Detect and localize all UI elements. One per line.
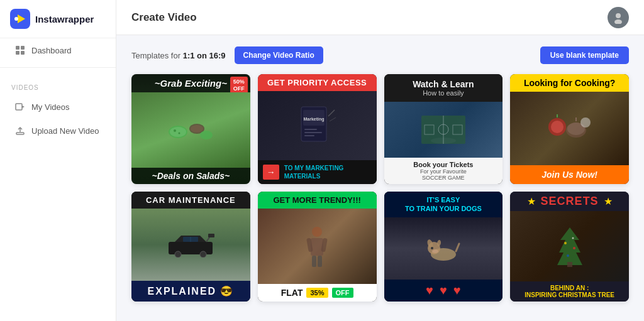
dog-icon	[421, 232, 465, 264]
card-soccer-bottom: Book your Tickets For your Favourite SOC…	[384, 158, 503, 184]
card-dogs-top: IT'S EASY TO TRAIN YOUR DOGS	[384, 192, 503, 217]
content-area: Templates for 1:1 on 16:9 Change Video R…	[116, 35, 644, 321]
svg-point-63	[564, 242, 567, 244]
card-soccer-title: Watch & Learn	[389, 79, 498, 89]
svg-rect-49	[311, 238, 323, 256]
templates-grid: ~Grab Exciting~ 50% OFF	[131, 74, 629, 302]
upload-label: Upload New Video	[31, 126, 99, 136]
card-dogs-line1: IT'S EASY	[389, 195, 498, 204]
blank-template-button[interactable]: Use blank template	[540, 46, 629, 64]
sidebar: Instawrapper Dashboard VIDEOS My Videos …	[0, 0, 116, 321]
svg-rect-7	[16, 104, 22, 110]
logo-area: Instawrapper	[0, 0, 116, 38]
svg-rect-24	[304, 135, 314, 136]
svg-point-18	[200, 131, 213, 139]
card-dogs-hearts: ♥ ♥ ♥	[384, 280, 503, 302]
sidebar-item-upload[interactable]: Upload New Video	[4, 119, 112, 142]
card-secrets-behind-text: BEHIND AN :	[515, 285, 624, 291]
sidebar-divider	[0, 67, 116, 68]
car-icon	[165, 232, 216, 258]
card-cooking-bottom-text: Join Us Now!	[510, 165, 629, 184]
card-soccer-sub: How to easily	[389, 89, 498, 97]
svg-marker-61	[557, 227, 582, 265]
template-card-car[interactable]: CAR MAINTENANCE EXPLAINE	[131, 192, 250, 302]
svg-rect-53	[318, 256, 322, 267]
template-card-dogs[interactable]: IT'S EASY TO TRAIN YOUR DOGS ♥	[384, 192, 503, 302]
card-trendy-image	[258, 209, 377, 284]
templates-left: Templates for 1:1 on 16:9 Change Video R…	[131, 46, 323, 64]
videos-section-label: VIDEOS	[0, 73, 116, 95]
card-soccer-top: Watch & Learn How to easily	[384, 74, 503, 102]
svg-rect-3	[16, 46, 19, 50]
svg-marker-8	[22, 106, 25, 108]
svg-rect-5	[16, 51, 19, 55]
card-trendy-off: OFF	[332, 288, 353, 298]
card-cooking-top-text: Looking for Cooking?	[510, 74, 629, 92]
card-secrets-bottom: BEHIND AN : INSPIRING CHRISTMAS TREE	[510, 281, 629, 302]
card-marketing-image: Marketing	[258, 91, 377, 160]
heart-icon-3: ♥	[453, 283, 461, 298]
card-dogs-image	[384, 217, 503, 280]
svg-point-59	[432, 249, 438, 253]
card-soccer-book-sub2: SOCCER GAME	[389, 175, 498, 181]
card-trendy-flat-text: FLAT	[281, 288, 303, 298]
card-trendy-percent: 35%	[306, 288, 328, 298]
sunglasses-emoji: 😎	[220, 285, 234, 297]
templates-header: Templates for 1:1 on 16:9 Change Video R…	[131, 46, 629, 64]
card-soccer-book-title: Book your Tickets	[389, 161, 498, 168]
svg-rect-9	[16, 133, 24, 134]
template-card-cooking[interactable]: Looking for Cooking? Join Us Now!	[510, 74, 629, 184]
upload-icon	[15, 126, 25, 136]
cooking-items-icon	[545, 111, 595, 146]
star-icon-left: ★	[527, 195, 536, 207]
svg-point-42	[175, 251, 181, 258]
template-card-salad[interactable]: ~Grab Exciting~ 50% OFF	[131, 74, 250, 184]
card-car-image	[131, 209, 250, 281]
marketing-book-icon: Marketing	[298, 104, 336, 148]
card-marketing-bottom-text: TO MY MARKETING MATERIALS	[284, 164, 372, 180]
card-car-top-text: CAR MAINTENANCE	[131, 192, 250, 209]
card-cooking-image	[510, 92, 629, 165]
soccer-field-icon	[421, 116, 465, 144]
svg-rect-62	[567, 262, 572, 267]
svg-point-64	[573, 247, 575, 249]
svg-point-34	[551, 121, 564, 133]
template-card-secrets[interactable]: ★ SECRETS ★ BEHIND AN :	[510, 192, 629, 302]
cucumber-decoration	[165, 113, 216, 148]
star-icon-right: ★	[604, 195, 613, 207]
card-marketing-bottom: → TO MY MARKETING MATERIALS	[258, 160, 377, 184]
arrow-right-icon: →	[263, 165, 279, 180]
card-salad-badge: 50% OFF	[230, 77, 248, 94]
card-trendy-top-text: GET MORE TRENDY!!!	[258, 192, 377, 209]
template-card-soccer[interactable]: Watch & Learn How to easily Book your Ti…	[384, 74, 503, 184]
avatar-icon	[612, 11, 625, 24]
svg-point-15	[179, 132, 180, 134]
dashboard-icon	[15, 45, 25, 55]
templates-for-text: Templates for 1:1 on 16:9	[131, 51, 226, 60]
svg-point-58	[431, 247, 433, 249]
sidebar-item-my-videos[interactable]: My Videos	[4, 95, 112, 118]
change-ratio-button[interactable]: Change Video Ratio	[235, 46, 323, 64]
svg-line-60	[456, 244, 459, 251]
main-content: Create Video Templates for 1:1 on 16:9 C…	[116, 0, 644, 321]
svg-rect-47	[208, 234, 214, 237]
topbar: Create Video	[116, 0, 644, 35]
svg-point-65	[567, 254, 569, 257]
avatar[interactable]	[608, 7, 629, 28]
card-secrets-top: ★ SECRETS ★	[510, 192, 629, 211]
svg-rect-23	[304, 132, 322, 133]
card-secrets-behind-sub: INSPIRING CHRISTMAS TREE	[515, 291, 624, 298]
svg-point-11	[614, 19, 622, 24]
sidebar-item-dashboard[interactable]: Dashboard	[4, 39, 112, 62]
svg-line-25	[328, 110, 335, 116]
heart-icon-1: ♥	[426, 283, 433, 298]
card-secrets-image	[510, 211, 629, 281]
card-soccer-image	[384, 102, 503, 158]
svg-point-10	[616, 13, 621, 18]
template-card-marketing[interactable]: GET PRIORITY ACCESS Marketing →	[258, 74, 377, 184]
svg-point-37	[580, 117, 591, 128]
svg-point-2	[14, 17, 18, 21]
christmas-tree-icon	[554, 224, 586, 268]
template-card-trendy[interactable]: GET MORE TRENDY!!! FLAT 35% OFF	[258, 192, 377, 302]
card-dogs-line2: TO TRAIN YOUR DOGS	[389, 204, 498, 213]
